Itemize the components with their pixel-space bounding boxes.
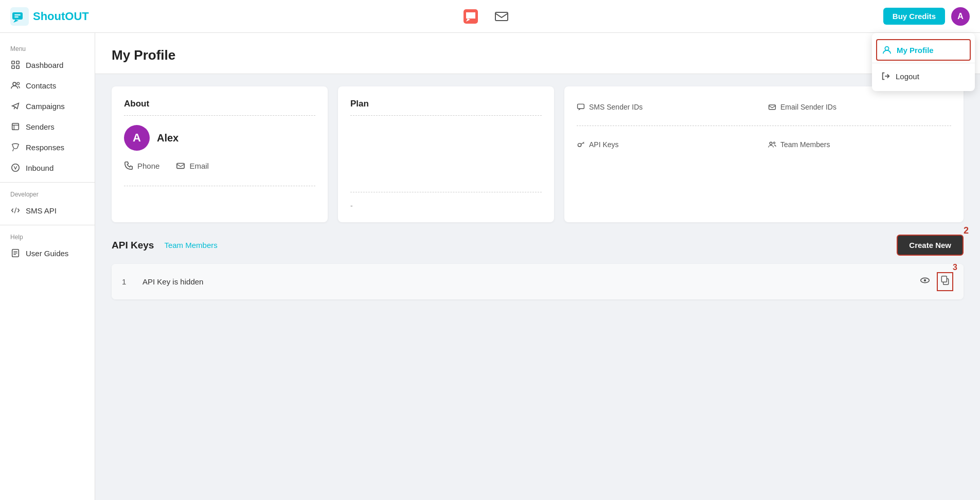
logout-menu-item[interactable]: Logout <box>872 65 975 87</box>
my-profile-menu-item[interactable]: My Profile <box>876 39 971 61</box>
header-right: Buy Credits A <box>883 7 970 26</box>
sms-api-icon <box>10 205 21 216</box>
svg-rect-11 <box>12 61 14 64</box>
svg-point-16 <box>17 82 20 85</box>
sms-chat-icon <box>577 103 585 111</box>
sidebar-item-smsapi[interactable]: SMS API <box>0 200 95 221</box>
svg-rect-1 <box>12 12 23 20</box>
svg-line-22 <box>14 208 16 213</box>
email-sender-ids-label: Email Sender IDs <box>780 103 836 111</box>
email-icon[interactable] <box>494 9 509 24</box>
svg-rect-28 <box>578 104 584 109</box>
about-bottom-divider <box>124 186 315 186</box>
page-title: My Profile <box>112 47 964 63</box>
dropdown-divider <box>872 63 975 63</box>
senders-icon <box>10 121 21 132</box>
plan-divider <box>350 115 542 116</box>
api-keys-item[interactable]: API Keys <box>577 136 760 153</box>
sidebar-label-responses: Responses <box>26 143 64 152</box>
sidebar-item-responses[interactable]: Responses <box>0 137 95 157</box>
about-title: About <box>124 99 315 109</box>
about-card: About A Alex Phone <box>112 86 328 222</box>
header: ShoutOUT Buy Credits A ▲ My Profile <box>0 0 980 33</box>
logo-icon <box>10 7 29 26</box>
sender-ids-card: SMS Sender IDs Email Sender IDs <box>564 86 964 222</box>
svg-point-21 <box>12 164 19 171</box>
eye-icon <box>919 275 931 286</box>
user-row: A Alex <box>124 125 315 151</box>
sender-horizontal-divider <box>577 126 951 126</box>
show-api-key-button[interactable] <box>919 275 931 289</box>
sidebar-item-userguides[interactable]: User Guides <box>0 243 95 263</box>
phone-icon <box>124 161 133 170</box>
svg-point-37 <box>924 279 926 282</box>
about-divider <box>124 115 315 116</box>
api-key-text: API Key is hidden <box>142 277 919 286</box>
api-row-1: 1 API Key is hidden <box>112 264 964 299</box>
plan-dash: - <box>350 202 542 210</box>
cards-row: About A Alex Phone <box>112 86 964 222</box>
menu-section-label: Menu <box>0 41 95 55</box>
help-section-label: Help <box>0 229 95 243</box>
user-avatar: A <box>124 125 150 151</box>
svg-point-34 <box>770 142 772 145</box>
sidebar-item-dashboard[interactable]: Dashboard <box>0 55 95 75</box>
email-sender-ids-item[interactable]: Email Sender IDs <box>768 99 951 115</box>
sidebar-item-contacts[interactable]: Contacts <box>0 75 95 96</box>
email-contact-icon <box>176 161 185 170</box>
sidebar-divider-2 <box>0 225 95 225</box>
inbound-icon <box>10 163 21 173</box>
main-layout: Menu Dashboard Cont <box>0 33 980 500</box>
sidebar-label-smsapi: SMS API <box>26 206 57 215</box>
sidebar-label-inbound: Inbound <box>26 164 54 172</box>
svg-point-9 <box>885 47 888 50</box>
sms-sender-ids-label: SMS Sender IDs <box>589 103 643 111</box>
svg-point-31 <box>578 144 581 147</box>
logout-label: Logout <box>896 72 919 81</box>
plan-bottom-divider <box>350 192 542 192</box>
buy-credits-button[interactable]: Buy Credits <box>883 8 945 25</box>
svg-rect-27 <box>177 164 184 169</box>
create-new-button[interactable]: Create New <box>897 235 964 256</box>
svg-rect-39 <box>941 276 947 282</box>
svg-point-35 <box>773 142 775 144</box>
sidebar-label-campaigns: Campaigns <box>26 102 65 111</box>
phone-item: Phone <box>124 161 159 170</box>
copy-api-key-button[interactable] <box>937 272 953 291</box>
api-row-num: 1 <box>122 277 142 286</box>
sender-ids-grid: SMS Sender IDs Email Sender IDs <box>577 99 951 153</box>
copy-btn-container: 3 <box>937 272 953 291</box>
svg-rect-7 <box>494 9 509 24</box>
user-guides-icon <box>10 248 21 258</box>
logout-icon <box>881 72 890 81</box>
api-key-icon <box>577 140 585 149</box>
create-new-container: Create New 2 <box>897 235 964 256</box>
header-center <box>464 9 509 24</box>
profile-body: About A Alex Phone <box>95 74 980 312</box>
step2-label: 2 <box>964 225 969 236</box>
team-members-label: Team Members <box>780 140 830 149</box>
sms-sender-ids-item[interactable]: SMS Sender IDs <box>577 99 760 115</box>
page-header: My Profile <box>95 33 980 74</box>
api-keys-table: 1 API Key is hidden <box>112 264 964 299</box>
email-item: Email <box>176 161 209 170</box>
svg-rect-13 <box>12 66 14 68</box>
svg-line-17 <box>14 107 15 110</box>
my-profile-label: My Profile <box>897 46 934 55</box>
sidebar-item-senders[interactable]: Senders <box>0 116 95 137</box>
user-avatar-button[interactable]: A <box>951 7 970 26</box>
dashboard-icon <box>10 60 21 70</box>
team-members-tab[interactable]: Team Members <box>164 241 217 249</box>
svg-rect-8 <box>495 12 508 21</box>
team-members-item[interactable]: Team Members <box>768 136 951 153</box>
svg-rect-12 <box>16 61 19 64</box>
sidebar-label-userguides: User Guides <box>26 249 68 258</box>
svg-rect-14 <box>16 66 19 68</box>
email-label: Email <box>189 162 209 170</box>
sidebar-item-campaigns[interactable]: Campaigns <box>0 96 95 116</box>
chat-icon[interactable] <box>464 9 478 24</box>
logo: ShoutOUT <box>10 7 89 26</box>
svg-rect-4 <box>14 16 19 17</box>
sidebar-item-inbound[interactable]: Inbound <box>0 157 95 178</box>
user-name: Alex <box>157 132 179 144</box>
